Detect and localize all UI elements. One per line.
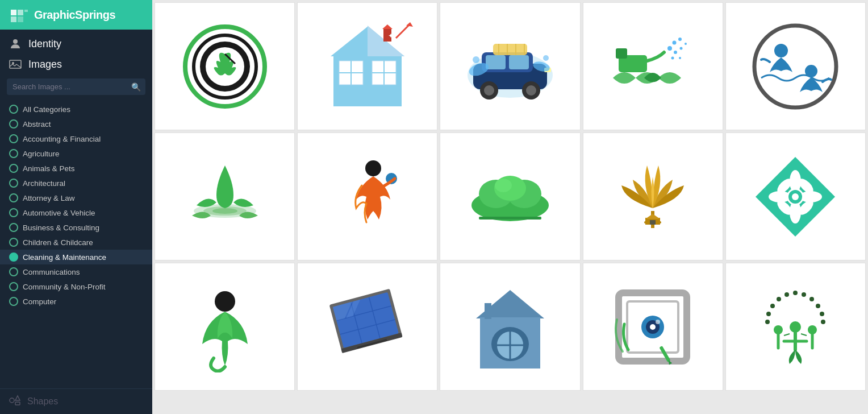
- svg-rect-25: [357, 86, 378, 106]
- shapes-label: Shapes: [27, 396, 58, 407]
- category-label: Computer: [23, 297, 56, 306]
- svg-marker-78: [645, 214, 660, 219]
- category-item-attorney[interactable]: Attorney & Law: [0, 191, 152, 205]
- svg-point-127: [820, 312, 824, 316]
- search-container: 🔍: [7, 78, 145, 95]
- category-dot: [9, 297, 18, 306]
- svg-marker-9: [15, 396, 20, 400]
- logo-card-9[interactable]: [583, 133, 723, 260]
- search-input[interactable]: [7, 78, 145, 95]
- logo-card-8[interactable]: [440, 133, 580, 260]
- identity-section[interactable]: Identity: [0, 30, 152, 55]
- category-dot: [9, 223, 18, 232]
- category-item-communications[interactable]: Communications: [0, 264, 152, 279]
- svg-point-128: [821, 320, 825, 324]
- logo-card-10[interactable]: [725, 133, 866, 260]
- logo-card-4[interactable]: [583, 2, 723, 130]
- svg-text:✦: ✦: [388, 32, 394, 40]
- svg-rect-4: [24, 10, 28, 12]
- category-dot: [9, 134, 18, 143]
- identity-icon: [9, 38, 22, 50]
- category-item-computer[interactable]: Computer: [0, 294, 152, 309]
- svg-rect-34: [486, 55, 506, 69]
- logo-card-1[interactable]: [155, 2, 295, 130]
- svg-marker-27: [382, 24, 393, 29]
- category-item-architectural[interactable]: Architectural: [0, 176, 152, 191]
- svg-point-124: [802, 292, 806, 297]
- images-section[interactable]: Images: [0, 55, 152, 74]
- category-list: All CategoriesAbstractAccounting & Finan…: [0, 100, 152, 388]
- sidebar-brand: GraphicSprings: [34, 9, 115, 22]
- svg-rect-79: [650, 220, 656, 225]
- category-item-automotive[interactable]: Automotive & Vehicle: [0, 205, 152, 220]
- svg-point-61: [774, 44, 788, 57]
- svg-point-58: [671, 56, 674, 59]
- svg-point-7: [12, 62, 14, 64]
- svg-point-39: [526, 85, 536, 96]
- svg-point-44: [543, 55, 549, 61]
- logo-card-11[interactable]: [155, 263, 295, 391]
- svg-point-122: [770, 304, 775, 308]
- svg-rect-2: [18, 10, 23, 15]
- category-label: Cleaning & Maintenance: [23, 253, 106, 262]
- category-item-cleaning[interactable]: Cleaning & Maintenance: [0, 250, 152, 264]
- category-dot: [9, 282, 18, 291]
- logo-card-13[interactable]: [440, 263, 580, 391]
- category-item-all[interactable]: All Categories: [0, 102, 152, 117]
- category-dot: [9, 179, 18, 188]
- category-item-accounting[interactable]: Accounting & Financial: [0, 131, 152, 146]
- logo-card-14[interactable]: [583, 263, 723, 391]
- logo-card-12[interactable]: [297, 263, 437, 391]
- svg-line-133: [784, 334, 790, 336]
- images-label: Images: [28, 59, 62, 71]
- svg-point-126: [816, 304, 820, 308]
- category-label: Automotive & Vehicle: [23, 209, 95, 217]
- svg-point-54: [678, 38, 682, 41]
- category-item-children[interactable]: Children & Childcare: [0, 235, 152, 250]
- sidebar: GraphicSprings Identity Images 🔍 All Cat…: [0, 0, 152, 414]
- logo-card-6[interactable]: [155, 133, 295, 260]
- category-label: Animals & Pets: [23, 164, 75, 173]
- svg-point-66: [365, 160, 381, 176]
- svg-point-55: [674, 51, 677, 54]
- svg-point-65: [212, 208, 237, 214]
- category-item-agriculture[interactable]: Agriculture: [0, 146, 152, 161]
- category-dot: [9, 238, 18, 247]
- category-item-business[interactable]: Business & Consulting: [0, 220, 152, 235]
- shapes-section[interactable]: Shapes: [0, 388, 152, 414]
- category-label: Communications: [23, 268, 80, 276]
- logo-card-7[interactable]: [297, 133, 437, 260]
- category-dot: [9, 164, 18, 173]
- images-icon: [9, 58, 22, 71]
- svg-rect-10: [15, 402, 20, 405]
- category-dot: [9, 208, 18, 217]
- category-label: Community & Non-Profit: [23, 283, 106, 291]
- category-dot: [9, 252, 18, 262]
- logo-card-5[interactable]: [725, 2, 866, 130]
- svg-point-57: [685, 43, 687, 45]
- svg-point-73: [495, 179, 512, 192]
- svg-line-29: [396, 24, 410, 38]
- svg-point-5: [13, 39, 18, 44]
- identity-label: Identity: [28, 38, 61, 50]
- category-item-abstract[interactable]: Abstract: [0, 117, 152, 131]
- svg-point-116: [656, 320, 660, 324]
- svg-rect-51: [616, 48, 627, 59]
- category-label: Business & Consulting: [23, 223, 99, 232]
- svg-point-8: [10, 398, 14, 403]
- svg-rect-1: [11, 16, 16, 22]
- search-icon[interactable]: 🔍: [131, 82, 141, 92]
- category-label: Children & Childcare: [23, 238, 93, 247]
- category-label: Architectural: [23, 179, 65, 188]
- svg-point-52: [667, 46, 672, 51]
- logo-card-3[interactable]: [440, 2, 580, 130]
- svg-rect-35: [509, 55, 529, 69]
- category-item-animals[interactable]: Animals & Pets: [0, 161, 152, 176]
- category-dot: [9, 267, 18, 276]
- main-content: ✦: [152, 0, 868, 414]
- category-dot: [9, 193, 18, 202]
- logo-card-15[interactable]: [725, 263, 866, 391]
- logo-card-2[interactable]: ✦: [297, 2, 437, 130]
- category-label: Abstract: [23, 120, 51, 129]
- category-item-community[interactable]: Community & Non-Profit: [0, 279, 152, 294]
